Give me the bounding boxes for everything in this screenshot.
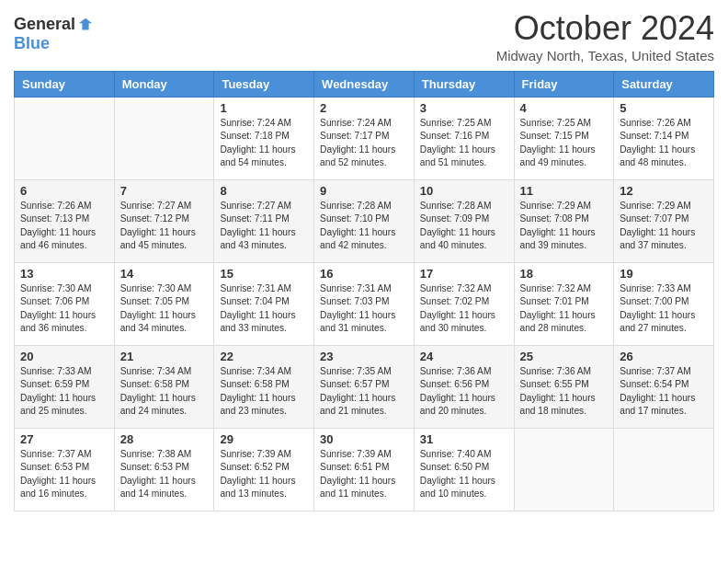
day-info: Sunrise: 7:26 AM Sunset: 7:13 PM Dayligh… xyxy=(20,200,108,252)
day-number: 20 xyxy=(20,350,108,363)
day-info: Sunrise: 7:33 AM Sunset: 6:59 PM Dayligh… xyxy=(20,365,108,418)
day-number: 28 xyxy=(120,432,209,446)
day-info: Sunrise: 7:27 AM Sunset: 7:11 PM Dayligh… xyxy=(220,200,308,252)
day-info: Sunrise: 7:25 AM Sunset: 7:15 PM Dayligh… xyxy=(520,117,609,169)
day-number: 19 xyxy=(620,267,708,281)
day-number: 10 xyxy=(420,184,508,198)
day-number: 11 xyxy=(520,184,609,198)
table-row: 22Sunrise: 7:34 AM Sunset: 6:58 PM Dayli… xyxy=(214,346,314,429)
day-info: Sunrise: 7:26 AM Sunset: 7:14 PM Dayligh… xyxy=(620,117,708,169)
day-info: Sunrise: 7:36 AM Sunset: 6:55 PM Dayligh… xyxy=(520,365,609,418)
table-row xyxy=(614,429,714,511)
table-row: 10Sunrise: 7:28 AM Sunset: 7:09 PM Dayli… xyxy=(414,180,514,263)
day-info: Sunrise: 7:34 AM Sunset: 6:58 PM Dayligh… xyxy=(220,365,308,418)
table-row: 21Sunrise: 7:34 AM Sunset: 6:58 PM Dayli… xyxy=(114,346,214,429)
table-row: 31Sunrise: 7:40 AM Sunset: 6:50 PM Dayli… xyxy=(414,429,514,511)
day-number: 29 xyxy=(220,432,308,446)
day-number: 7 xyxy=(120,184,209,198)
table-row: 2Sunrise: 7:24 AM Sunset: 7:17 PM Daylig… xyxy=(314,98,415,180)
day-info: Sunrise: 7:27 AM Sunset: 7:12 PM Dayligh… xyxy=(120,200,209,252)
table-row: 24Sunrise: 7:36 AM Sunset: 6:56 PM Dayli… xyxy=(414,346,514,429)
day-info: Sunrise: 7:36 AM Sunset: 6:56 PM Dayligh… xyxy=(420,365,508,418)
day-info: Sunrise: 7:30 AM Sunset: 7:06 PM Dayligh… xyxy=(20,282,108,335)
header-monday: Monday xyxy=(114,72,214,98)
day-number: 17 xyxy=(420,267,508,281)
day-info: Sunrise: 7:31 AM Sunset: 7:04 PM Dayligh… xyxy=(220,282,308,335)
table-row: 23Sunrise: 7:35 AM Sunset: 6:57 PM Dayli… xyxy=(314,346,415,429)
table-row: 29Sunrise: 7:39 AM Sunset: 6:52 PM Dayli… xyxy=(214,429,314,511)
day-info: Sunrise: 7:24 AM Sunset: 7:18 PM Dayligh… xyxy=(220,117,308,169)
table-row: 28Sunrise: 7:38 AM Sunset: 6:53 PM Dayli… xyxy=(114,429,214,511)
month-title: October 2024 xyxy=(496,9,714,48)
title-area: October 2024 Midway North, Texas, United… xyxy=(496,9,714,63)
day-number: 23 xyxy=(320,350,408,363)
table-row: 27Sunrise: 7:37 AM Sunset: 6:53 PM Dayli… xyxy=(15,429,115,511)
table-row: 18Sunrise: 7:32 AM Sunset: 7:01 PM Dayli… xyxy=(514,263,614,346)
table-row: 30Sunrise: 7:39 AM Sunset: 6:51 PM Dayli… xyxy=(314,429,415,511)
location-subtitle: Midway North, Texas, United States xyxy=(496,48,714,63)
table-row xyxy=(114,98,214,180)
day-number: 1 xyxy=(220,101,308,115)
day-info: Sunrise: 7:31 AM Sunset: 7:03 PM Dayligh… xyxy=(320,282,408,335)
logo-general-text: General xyxy=(14,15,75,34)
table-row: 13Sunrise: 7:30 AM Sunset: 7:06 PM Dayli… xyxy=(15,263,115,346)
header-friday: Friday xyxy=(514,72,614,98)
calendar-week-row: 1Sunrise: 7:24 AM Sunset: 7:18 PM Daylig… xyxy=(15,98,714,180)
day-number: 9 xyxy=(320,184,408,198)
calendar-week-row: 6Sunrise: 7:26 AM Sunset: 7:13 PM Daylig… xyxy=(15,180,714,263)
day-number: 2 xyxy=(320,101,408,115)
header-saturday: Saturday xyxy=(614,72,714,98)
day-number: 6 xyxy=(20,184,108,198)
day-info: Sunrise: 7:30 AM Sunset: 7:05 PM Dayligh… xyxy=(120,282,209,335)
calendar-header-row: Sunday Monday Tuesday Wednesday Thursday… xyxy=(15,72,714,98)
logo: General Blue xyxy=(14,15,94,53)
table-row: 20Sunrise: 7:33 AM Sunset: 6:59 PM Dayli… xyxy=(15,346,115,429)
calendar-week-row: 27Sunrise: 7:37 AM Sunset: 6:53 PM Dayli… xyxy=(15,429,714,511)
day-info: Sunrise: 7:39 AM Sunset: 6:51 PM Dayligh… xyxy=(320,448,408,500)
svg-marker-0 xyxy=(79,17,92,29)
day-info: Sunrise: 7:38 AM Sunset: 6:53 PM Dayligh… xyxy=(120,448,209,500)
table-row: 8Sunrise: 7:27 AM Sunset: 7:11 PM Daylig… xyxy=(214,180,314,263)
day-number: 21 xyxy=(120,350,209,363)
table-row: 11Sunrise: 7:29 AM Sunset: 7:08 PM Dayli… xyxy=(514,180,614,263)
logo-flag-icon xyxy=(77,17,94,33)
table-row: 26Sunrise: 7:37 AM Sunset: 6:54 PM Dayli… xyxy=(614,346,714,429)
day-number: 25 xyxy=(520,350,609,363)
day-info: Sunrise: 7:40 AM Sunset: 6:50 PM Dayligh… xyxy=(420,448,508,500)
logo-blue-text: Blue xyxy=(14,34,50,53)
calendar-week-row: 13Sunrise: 7:30 AM Sunset: 7:06 PM Dayli… xyxy=(15,263,714,346)
table-row: 12Sunrise: 7:29 AM Sunset: 7:07 PM Dayli… xyxy=(614,180,714,263)
table-row xyxy=(514,429,614,511)
table-row: 5Sunrise: 7:26 AM Sunset: 7:14 PM Daylig… xyxy=(614,98,714,180)
table-row: 6Sunrise: 7:26 AM Sunset: 7:13 PM Daylig… xyxy=(15,180,115,263)
day-number: 24 xyxy=(420,350,508,363)
table-row: 4Sunrise: 7:25 AM Sunset: 7:15 PM Daylig… xyxy=(514,98,614,180)
table-row xyxy=(15,98,115,180)
header-thursday: Thursday xyxy=(414,72,514,98)
table-row: 9Sunrise: 7:28 AM Sunset: 7:10 PM Daylig… xyxy=(314,180,415,263)
header-sunday: Sunday xyxy=(15,72,115,98)
day-info: Sunrise: 7:32 AM Sunset: 7:01 PM Dayligh… xyxy=(520,282,609,335)
day-number: 30 xyxy=(320,432,408,446)
day-info: Sunrise: 7:32 AM Sunset: 7:02 PM Dayligh… xyxy=(420,282,508,335)
day-number: 14 xyxy=(120,267,209,281)
day-info: Sunrise: 7:28 AM Sunset: 7:10 PM Dayligh… xyxy=(320,200,408,252)
day-number: 27 xyxy=(20,432,108,446)
day-info: Sunrise: 7:29 AM Sunset: 7:08 PM Dayligh… xyxy=(520,200,609,252)
header-wednesday: Wednesday xyxy=(314,72,415,98)
table-row: 3Sunrise: 7:25 AM Sunset: 7:16 PM Daylig… xyxy=(414,98,514,180)
table-row: 1Sunrise: 7:24 AM Sunset: 7:18 PM Daylig… xyxy=(214,98,314,180)
calendar-table: Sunday Monday Tuesday Wednesday Thursday… xyxy=(14,71,714,511)
table-row: 15Sunrise: 7:31 AM Sunset: 7:04 PM Dayli… xyxy=(214,263,314,346)
day-number: 3 xyxy=(420,101,508,115)
day-number: 15 xyxy=(220,267,308,281)
day-info: Sunrise: 7:39 AM Sunset: 6:52 PM Dayligh… xyxy=(220,448,308,500)
day-number: 31 xyxy=(420,432,508,446)
header-tuesday: Tuesday xyxy=(214,72,314,98)
day-info: Sunrise: 7:34 AM Sunset: 6:58 PM Dayligh… xyxy=(120,365,209,418)
day-info: Sunrise: 7:37 AM Sunset: 6:53 PM Dayligh… xyxy=(20,448,108,500)
table-row: 17Sunrise: 7:32 AM Sunset: 7:02 PM Dayli… xyxy=(414,263,514,346)
day-number: 5 xyxy=(620,101,708,115)
page-header: General Blue October 2024 Midway North, … xyxy=(14,9,714,63)
day-info: Sunrise: 7:33 AM Sunset: 7:00 PM Dayligh… xyxy=(620,282,708,335)
